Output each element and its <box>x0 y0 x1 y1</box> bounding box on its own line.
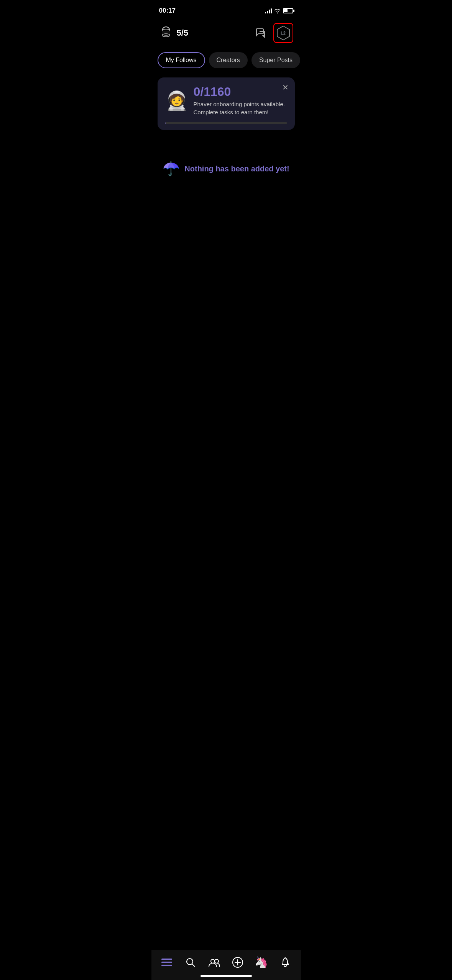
wifi-icon <box>274 8 281 13</box>
tab-my-follows[interactable]: My Follows <box>158 52 205 68</box>
empty-text: Nothing has been added yet! <box>184 164 289 173</box>
battery-icon <box>283 8 293 13</box>
card-description: Phaver onboarding points available.Compl… <box>194 100 287 116</box>
level-badge-wrapper[interactable]: L2 <box>273 23 293 43</box>
chat-icon[interactable] <box>254 26 268 40</box>
header-right: L2 <box>254 23 293 43</box>
empty-state: ☂️ Nothing has been added yet! <box>151 138 301 200</box>
header-left: 5/5 <box>159 25 189 41</box>
status-time: 00:17 <box>159 7 176 15</box>
card-top: 🧑‍🚀 0/1160 Phaver onboarding points avai… <box>165 85 287 116</box>
astronaut-icon: 🧑‍🚀 <box>165 92 188 110</box>
card-info: 0/1160 Phaver onboarding points availabl… <box>194 85 287 116</box>
points-count: 0/1160 <box>194 85 287 99</box>
filter-tabs: My Follows Creators Super Posts Recommen… <box>151 49 301 74</box>
umbrella-icon: ☂️ <box>163 161 180 177</box>
progress-bar <box>165 122 287 124</box>
level-text: L2 <box>281 31 286 35</box>
status-bar: 00:17 <box>151 0 301 19</box>
status-icons <box>265 8 293 13</box>
signal-icon <box>265 8 272 13</box>
coins-count: 5/5 <box>177 28 189 38</box>
close-button[interactable]: ✕ <box>282 84 289 91</box>
tab-super-posts[interactable]: Super Posts <box>251 52 300 68</box>
tab-creators[interactable]: Creators <box>209 52 248 68</box>
onboarding-card: ✕ 🧑‍🚀 0/1160 Phaver onboarding points av… <box>158 77 295 130</box>
coins-icon <box>159 25 173 41</box>
progress-bar-fill <box>165 122 166 124</box>
header: 5/5 L2 <box>151 19 301 49</box>
level-badge: L2 <box>276 25 291 41</box>
